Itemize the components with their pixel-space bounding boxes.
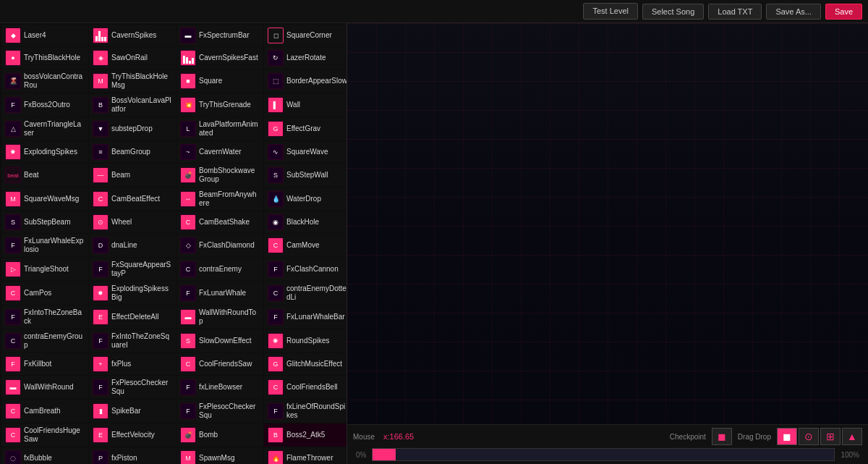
list-item[interactable]: C CamMove: [264, 234, 347, 257]
select-song-button[interactable]: Select Song: [642, 4, 704, 20]
item-icon: F: [93, 379, 109, 395]
list-item[interactable]: ◈ SawOnRail: [89, 47, 176, 69]
list-item[interactable]: C contraEnemyGroup: [1, 329, 88, 353]
list-item[interactable]: 💣 Bomb: [176, 423, 263, 447]
list-item[interactable]: + fxPlus: [89, 353, 176, 375]
list-item[interactable]: C CamPos: [1, 282, 88, 305]
item-label: SawOnRail: [111, 54, 148, 62]
list-item[interactable]: ✺ RoundSpikes: [264, 329, 347, 353]
list-item[interactable]: C CoolFriendsHugeSaw: [1, 423, 88, 447]
item-label: FxSpectrumBar: [199, 31, 249, 40]
save-as-button[interactable]: Save As...: [766, 4, 821, 20]
list-item[interactable]: beat Beat: [1, 164, 88, 187]
list-item[interactable]: F FxLunarWhaleBar: [264, 305, 347, 329]
item-label: RoundSpikes: [286, 337, 329, 345]
list-item[interactable]: D dnaLine: [89, 234, 176, 257]
list-item[interactable]: ◇ FxClashDiamond: [176, 234, 263, 257]
list-item[interactable]: 🔥 FlameThrower: [264, 447, 347, 464]
list-item[interactable]: B BossVolcanLavaPlatfor: [89, 93, 176, 117]
list-item[interactable]: ● TryThisBlackHole: [1, 47, 88, 69]
list-item[interactable]: ~ CavernWater: [176, 141, 263, 163]
list-item[interactable]: C contraEnemy: [176, 258, 263, 281]
item-icon: F: [5, 356, 21, 372]
list-item[interactable]: C contraEnemyDottedLi: [264, 282, 347, 305]
list-item[interactable]: — Beam: [89, 164, 176, 187]
list-item[interactable]: ≡ BeamGroup: [89, 141, 176, 163]
drag-drop-btn-1[interactable]: ◼: [777, 428, 797, 445]
timeline-bar[interactable]: [372, 448, 835, 461]
list-item[interactable]: ◻ SquareCorner: [264, 25, 347, 46]
list-item[interactable]: ▬ WallWithRound: [1, 376, 88, 399]
list-item[interactable]: P fxPiston: [89, 447, 176, 464]
list-item[interactable]: ▮ SpikeBar: [89, 400, 176, 423]
list-item[interactable]: E EffectVelocity: [89, 423, 176, 447]
list-item[interactable]: ✸ ExplodingSpikes: [1, 141, 88, 163]
list-item[interactable]: △ CavernTriangleLaser: [1, 117, 88, 140]
list-item[interactable]: ↔ BeamFromAnywhere: [176, 187, 263, 211]
list-item[interactable]: C CoolFriendsSaw: [176, 353, 263, 375]
list-item[interactable]: 🌋 bossVolcanContraRou: [1, 69, 88, 93]
list-item[interactable]: ↻ LazerRotate: [264, 47, 347, 69]
list-item[interactable]: 💣 BombShockwaveGroup: [176, 164, 263, 187]
drag-drop-btn-4[interactable]: ▲: [842, 428, 862, 445]
test-level-button[interactable]: Test Level: [583, 3, 638, 20]
list-item[interactable]: F FxPlesocCheckerSqu: [89, 376, 176, 399]
save-button[interactable]: Save: [825, 4, 862, 20]
list-item[interactable]: ∿ SquareWave: [264, 141, 347, 163]
list-item[interactable]: ▬ FxSpectrumBar: [176, 25, 263, 46]
list-item[interactable]: S SubStepWall: [264, 164, 347, 187]
checkpoint-section: Checkpoint ◼ Drag Drop ◼ ⊙ ⊞ ▲: [670, 428, 862, 445]
list-item[interactable]: ◌ fxBubble: [1, 447, 88, 464]
list-item[interactable]: ◆ Laser4: [1, 25, 88, 46]
list-item[interactable]: F FxClashCannon: [264, 258, 347, 281]
item-icon: ▷: [5, 261, 21, 277]
list-item[interactable]: ▼ substepDrop: [89, 117, 176, 140]
drag-drop-btn-2[interactable]: ⊙: [799, 428, 819, 445]
list-item[interactable]: F fxLineOfRoundSpikes: [264, 400, 347, 423]
stage-area[interactable]: [347, 23, 868, 424]
list-item[interactable]: F FxLunarWhaleExplosio: [1, 234, 88, 257]
list-item[interactable]: F FxKillbot: [1, 353, 88, 375]
checkpoint-btn-1[interactable]: ◼: [712, 428, 732, 445]
list-item[interactable]: 💧 WaterDrop: [264, 187, 347, 211]
drag-drop-btn-3[interactable]: ⊞: [820, 428, 841, 445]
list-item[interactable]: ◉ BlackHole: [264, 211, 347, 233]
list-item[interactable]: 💥 TryThisGrenade: [176, 93, 263, 117]
list-item[interactable]: M TryThisBlackHoleMsg: [89, 69, 176, 93]
list-item[interactable]: M SpawnMsg: [176, 447, 263, 464]
list-item[interactable]: S SubStepBeam: [1, 211, 88, 233]
list-item[interactable]: ▷ TriangleShoot: [1, 258, 88, 281]
item-icon: G: [268, 121, 284, 137]
list-item[interactable]: F FxBoss2Outro: [1, 93, 88, 117]
list-item[interactable]: M SquareWaveMsg: [1, 187, 88, 211]
toolbar: Test Level Select Song Load TXT Save As.…: [0, 0, 868, 23]
list-item[interactable]: F fxLineBowser: [176, 376, 263, 399]
list-item[interactable]: ✸ ExplodingSpikessBig: [89, 282, 176, 305]
list-item[interactable]: F FxPlesocCheckerSqu: [176, 400, 263, 423]
list-item[interactable]: L LavaPlatformAnimated: [176, 117, 263, 140]
list-item[interactable]: S SlowDownEffect: [176, 329, 263, 353]
list-item[interactable]: CavernSpikesFast: [176, 47, 263, 69]
list-item[interactable]: ■ Square: [176, 69, 263, 93]
list-item[interactable]: F FxSquareAppearStayP: [89, 258, 176, 281]
list-item[interactable]: ⬚ BorderAppearSlow: [264, 69, 347, 93]
list-item[interactable]: C CamBeatEffect: [89, 187, 176, 211]
list-item[interactable]: G EffectGrav: [264, 117, 347, 140]
item-label: WallWithRoundTop: [199, 308, 260, 326]
list-item[interactable]: E EffectDeleteAll: [89, 305, 176, 329]
list-item[interactable]: CavernSpikes: [89, 25, 176, 46]
list-item[interactable]: C CamBreath: [1, 400, 88, 423]
item-label: SubStepWall: [286, 171, 328, 180]
list-item[interactable]: B Boss2_Atk5: [264, 423, 347, 447]
list-item[interactable]: ▬ WallWithRoundTop: [176, 305, 263, 329]
list-item[interactable]: ⊙ Wheel: [89, 211, 176, 233]
list-item[interactable]: F FxLunarWhale: [176, 282, 263, 305]
load-txt-button[interactable]: Load TXT: [708, 4, 762, 20]
item-icon: C: [268, 237, 284, 253]
list-item[interactable]: C CoolFriendsBell: [264, 376, 347, 399]
list-item[interactable]: F FxIntoTheZoneSquareI: [89, 329, 176, 353]
list-item[interactable]: F FxIntoTheZoneBack: [1, 305, 88, 329]
list-item[interactable]: C CamBeatShake: [176, 211, 263, 233]
list-item[interactable]: G GlitchMusicEffect: [264, 353, 347, 375]
list-item[interactable]: ▌ Wall: [264, 93, 347, 117]
